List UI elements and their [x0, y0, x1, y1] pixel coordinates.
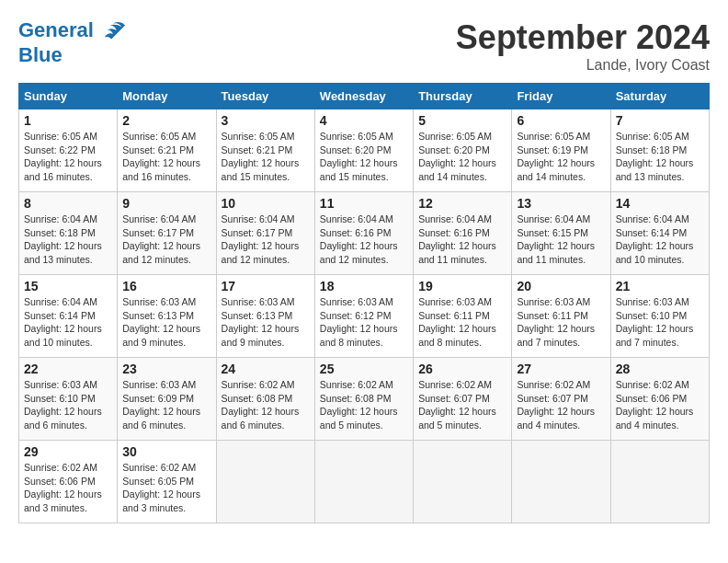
day-cell-20: 20 Sunrise: 6:03 AMSunset: 6:11 PMDaylig… — [512, 275, 610, 358]
day-cell-6: 6 Sunrise: 6:05 AMSunset: 6:19 PMDayligh… — [512, 109, 610, 192]
logo-text-general: General — [18, 18, 94, 41]
day-cell-12: 12 Sunrise: 6:04 AMSunset: 6:16 PMDaylig… — [414, 192, 512, 275]
header-monday: Monday — [118, 84, 216, 109]
header-sunday: Sunday — [19, 84, 118, 109]
header-friday: Friday — [512, 84, 610, 109]
day-cell-24: 24 Sunrise: 6:02 AMSunset: 6:08 PMDaylig… — [216, 358, 314, 441]
weekday-header-row: Sunday Monday Tuesday Wednesday Thursday… — [19, 84, 710, 109]
day-cell-7: 7 Sunrise: 6:05 AMSunset: 6:18 PMDayligh… — [610, 109, 709, 192]
day-cell-14: 14 Sunrise: 6:04 AMSunset: 6:14 PMDaylig… — [610, 192, 709, 275]
empty-cell — [610, 441, 709, 523]
day-cell-18: 18 Sunrise: 6:03 AMSunset: 6:12 PMDaylig… — [314, 275, 413, 358]
day-cell-27: 27 Sunrise: 6:02 AMSunset: 6:07 PMDaylig… — [512, 358, 610, 441]
day-cell-1: 1 Sunrise: 6:05 AMSunset: 6:22 PMDayligh… — [19, 109, 118, 192]
day-cell-8: 8 Sunrise: 6:04 AMSunset: 6:18 PMDayligh… — [19, 192, 118, 275]
day-cell-19: 19 Sunrise: 6:03 AMSunset: 6:11 PMDaylig… — [414, 275, 512, 358]
calendar-table: Sunday Monday Tuesday Wednesday Thursday… — [18, 83, 710, 523]
day-cell-17: 17 Sunrise: 6:03 AMSunset: 6:13 PMDaylig… — [216, 275, 314, 358]
day-cell-15: 15 Sunrise: 6:04 AMSunset: 6:14 PMDaylig… — [19, 275, 118, 358]
day-cell-29: 29 Sunrise: 6:02 AMSunset: 6:06 PMDaylig… — [19, 441, 118, 523]
day-cell-22: 22 Sunrise: 6:03 AMSunset: 6:10 PMDaylig… — [19, 358, 118, 441]
empty-cell — [414, 441, 512, 523]
header-saturday: Saturday — [610, 84, 709, 109]
header-wednesday: Wednesday — [314, 84, 413, 109]
day-cell-2: 2 Sunrise: 6:05 AMSunset: 6:21 PMDayligh… — [118, 109, 216, 192]
location: Lande, Ivory Coast — [456, 57, 710, 74]
day-cell-4: 4 Sunrise: 6:05 AMSunset: 6:20 PMDayligh… — [314, 109, 413, 192]
month-title: September 2024 — [456, 18, 710, 57]
day-cell-30: 30 Sunrise: 6:02 AMSunset: 6:05 PMDaylig… — [118, 441, 216, 523]
page-header: General Blue September 2024 Lande, Ivory… — [18, 18, 710, 74]
empty-cell — [512, 441, 610, 523]
logo-text-blue: Blue — [18, 44, 127, 66]
day-cell-23: 23 Sunrise: 6:03 AMSunset: 6:09 PMDaylig… — [118, 358, 216, 441]
title-block: September 2024 Lande, Ivory Coast — [456, 18, 710, 74]
day-cell-3: 3 Sunrise: 6:05 AMSunset: 6:21 PMDayligh… — [216, 109, 314, 192]
day-cell-26: 26 Sunrise: 6:02 AMSunset: 6:07 PMDaylig… — [414, 358, 512, 441]
day-cell-21: 21 Sunrise: 6:03 AMSunset: 6:10 PMDaylig… — [610, 275, 709, 358]
day-cell-28: 28 Sunrise: 6:02 AMSunset: 6:06 PMDaylig… — [610, 358, 709, 441]
day-cell-9: 9 Sunrise: 6:04 AMSunset: 6:17 PMDayligh… — [118, 192, 216, 275]
empty-cell — [216, 441, 314, 523]
day-cell-11: 11 Sunrise: 6:04 AMSunset: 6:16 PMDaylig… — [314, 192, 413, 275]
logo: General Blue — [18, 18, 127, 66]
day-cell-16: 16 Sunrise: 6:03 AMSunset: 6:13 PMDaylig… — [118, 275, 216, 358]
logo-bird-icon — [101, 18, 127, 44]
header-thursday: Thursday — [414, 84, 512, 109]
header-tuesday: Tuesday — [216, 84, 314, 109]
day-cell-25: 25 Sunrise: 6:02 AMSunset: 6:08 PMDaylig… — [314, 358, 413, 441]
empty-cell — [314, 441, 413, 523]
day-cell-13: 13 Sunrise: 6:04 AMSunset: 6:15 PMDaylig… — [512, 192, 610, 275]
day-cell-5: 5 Sunrise: 6:05 AMSunset: 6:20 PMDayligh… — [414, 109, 512, 192]
day-cell-10: 10 Sunrise: 6:04 AMSunset: 6:17 PMDaylig… — [216, 192, 314, 275]
